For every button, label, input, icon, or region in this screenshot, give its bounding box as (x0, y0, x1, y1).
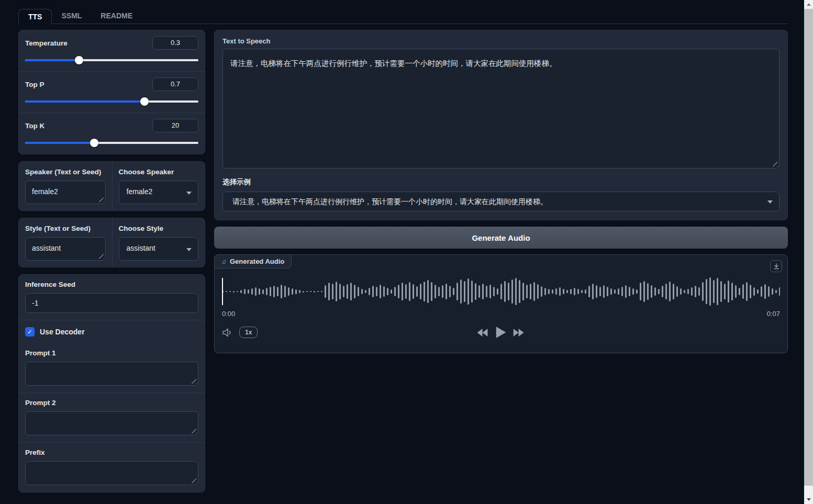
waveform-bar (226, 291, 227, 292)
inference-seed-input[interactable]: -1 (25, 293, 198, 313)
waveform-bar (581, 290, 583, 293)
waveform-bar (394, 287, 396, 296)
use-decoder-checkbox[interactable]: ✓ (25, 327, 35, 337)
waveform-bar (585, 289, 586, 294)
text-to-speech-label: Text to Speech (222, 37, 779, 45)
prompt1-input[interactable] (25, 362, 198, 386)
rewind-button[interactable] (477, 329, 489, 337)
slider-handle[interactable] (140, 97, 149, 106)
waveform-bar (724, 284, 726, 299)
waveform-bar (405, 284, 407, 299)
waveform-bar (306, 291, 308, 292)
waveform-bar (735, 285, 737, 298)
speaker-input[interactable]: female2 (25, 181, 106, 204)
slider-handle[interactable] (90, 139, 98, 147)
speaker-text-block: Speaker (Text or Seed) female2 (19, 162, 112, 210)
waveform-bar (500, 284, 502, 299)
waveform-bar (497, 288, 498, 295)
waveform-bar (515, 278, 517, 305)
prompt2-input[interactable] (25, 411, 198, 435)
waveform-bar (680, 288, 682, 295)
waveform-bar (398, 285, 399, 298)
waveform-bar (530, 284, 531, 299)
waveform-bar (673, 284, 674, 299)
waveform-bar (339, 284, 341, 299)
waveform-bar (592, 284, 594, 299)
play-button[interactable] (496, 327, 506, 338)
waveform-bar (768, 286, 770, 297)
waveform-bar (343, 286, 344, 297)
slider-handle[interactable] (75, 56, 83, 64)
music-note-icon: ♫ (221, 258, 226, 265)
top-k-row: Top K 20 (19, 113, 205, 154)
resize-grip-icon[interactable] (191, 428, 196, 433)
waveform-bar (240, 290, 242, 293)
playhead-cursor[interactable] (222, 278, 223, 305)
waveform[interactable] (222, 277, 780, 306)
temperature-row: Temperature 0.3 (19, 30, 205, 71)
waveform-bar (413, 284, 414, 299)
chevron-down-icon (186, 192, 192, 195)
waveform-bar (416, 286, 418, 297)
scroll-up-button[interactable] (804, 0, 813, 9)
resize-grip-icon[interactable] (191, 378, 196, 384)
waveform-bar (537, 284, 539, 299)
rewind-icon (477, 329, 489, 337)
waveform-bar (482, 284, 484, 299)
chevron-down-icon (186, 248, 192, 251)
resize-grip-icon[interactable] (98, 253, 104, 259)
waveform-bar (325, 285, 326, 298)
style-label: Style (Text or Seed) (25, 225, 106, 232)
waveform-bar (544, 288, 546, 295)
waveform-bar (248, 289, 249, 294)
generate-audio-button[interactable]: Generate Audio (214, 227, 788, 249)
tab-readme[interactable]: README (91, 8, 142, 24)
waveform-bar (442, 285, 443, 298)
top-k-label: Top K (25, 122, 44, 130)
text-to-speech-input[interactable]: 请注意，电梯将在下午两点进行例行维护，预计需要一个小时的时间，请大家在此期间使用… (222, 49, 779, 169)
choose-speaker-label: Choose Speaker (119, 168, 199, 176)
resize-grip-icon[interactable] (191, 478, 196, 483)
choose-speaker-dropdown[interactable]: female2 (119, 181, 199, 204)
waveform-bar (713, 280, 715, 303)
scroll-down-button[interactable] (804, 495, 813, 504)
waveform-bar (526, 285, 528, 298)
resize-grip-icon[interactable] (772, 161, 777, 166)
download-audio-button[interactable] (770, 260, 782, 272)
prefix-input[interactable] (25, 461, 198, 485)
fast-forward-button[interactable] (514, 329, 525, 337)
style-input[interactable]: assistant (25, 237, 106, 261)
waveform-bar (369, 288, 370, 295)
generated-audio-tab: ♫ Generated Audio (214, 254, 292, 268)
waveform-bar (314, 291, 315, 293)
temperature-slider[interactable] (25, 56, 198, 64)
slider-fill (25, 142, 94, 144)
tab-tts[interactable]: TTS (18, 9, 52, 24)
waveform-bar (493, 287, 495, 296)
scroll-up-icon (807, 3, 811, 6)
choose-style-label: Choose Style (119, 225, 199, 232)
waveform-bar (347, 284, 348, 299)
resize-grip-icon[interactable] (98, 197, 104, 202)
waveform-bar (632, 288, 634, 295)
top-k-value-input[interactable]: 20 (152, 119, 198, 132)
scrollbar-thumb[interactable] (804, 9, 813, 486)
volume-button[interactable] (222, 328, 233, 337)
playback-speed-button[interactable]: 1x (239, 327, 258, 338)
waveform-bar (577, 289, 579, 294)
waveform-bar (629, 287, 630, 296)
top-k-slider[interactable] (25, 139, 198, 147)
vertical-scrollbar[interactable] (804, 0, 813, 504)
top-p-value-input[interactable]: 0.7 (152, 77, 198, 91)
waveform-bar (380, 285, 381, 298)
choose-style-dropdown[interactable]: assistant (119, 237, 199, 261)
example-dropdown[interactable]: 请注意，电梯将在下午两点进行例行维护，预计需要一个小时的时间，请大家在此期间使用… (222, 192, 779, 211)
waveform-bar (317, 291, 319, 292)
temperature-label: Temperature (25, 39, 68, 47)
waveform-bar (640, 283, 641, 300)
tab-ssml[interactable]: SSML (52, 8, 91, 24)
top-p-slider[interactable] (25, 97, 198, 106)
waveform-bar (284, 286, 286, 297)
use-decoder-row[interactable]: ✓ Use Decoder (19, 320, 205, 343)
temperature-value-input[interactable]: 0.3 (152, 36, 198, 50)
